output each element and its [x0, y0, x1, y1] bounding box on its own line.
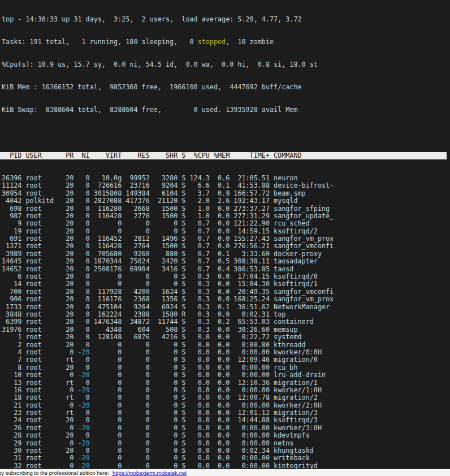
nice-value: 0 [77, 212, 89, 220]
nice-value: -20 [77, 371, 89, 379]
process-row: 18 root rt 0 0 0 0 S 0.0 0.0 12:00.78 mi… [0, 394, 450, 401]
nice-value: 0 [77, 197, 89, 205]
tasks-prefix: Tasks: 191 total, 1 running, 180 sleepin… [2, 38, 198, 46]
process-row: 26396 root 20 0 10.0g 99952 3280 S 124.3… [0, 175, 450, 182]
process-row: 28 root 20 0 0 0 0 S 0.0 0.0 0:00.00 kde… [0, 432, 450, 439]
nice-value: 0 [77, 250, 89, 258]
nice-value: 0 [77, 409, 89, 417]
nice-value: 0 [77, 257, 89, 265]
cpu-line: %Cpu(s): 10.9 us, 15.7 sy, 0.0 ni, 54.5 … [0, 61, 450, 68]
process-row: 691 root 20 0 116452 2812 1496 S 0.7 0.0… [0, 235, 450, 243]
process-row: 26 root 0 -20 0 0 0 S 0.0 0.0 0:00.00 kw… [0, 425, 450, 432]
process-row: 13 root rt 0 0 0 0 S 0.0 0.0 12:10.36 mi… [0, 379, 450, 387]
process-row: 7 root rt 0 0 0 0 S 0.0 0.0 12:09.46 mig… [0, 356, 450, 364]
nice-value: 0 [77, 227, 89, 235]
process-row: 30954 root 20 0 3015808 149384 6104 S 3.… [0, 190, 450, 197]
swap-line: KiB Swap: 8388604 total, 8388604 free, 0… [0, 106, 450, 114]
nice-value: 0 [77, 416, 89, 424]
nice-value: 0 [77, 341, 89, 349]
nice-value: 0 [77, 318, 89, 326]
nice-value: 0 [77, 280, 89, 288]
nice-value: 0 [77, 174, 89, 182]
nice-value: -20 [77, 439, 89, 447]
column-header-bar: PID USER PR NI VIRT RES SHR S %CPU %MEM … [0, 152, 447, 159]
process-row: 19 root 20 0 0 0 0 S 0.7 0.0 14:59.15 ks… [0, 228, 450, 235]
tasks-suffix: , 10 zombie [226, 38, 274, 46]
nice-value: 0 [77, 181, 89, 189]
nice-value: 0 [77, 272, 89, 280]
nice-value: 0 [77, 242, 89, 250]
process-row: 31976 root 20 0 4348 604 508 S 0.3 0.0 3… [0, 326, 450, 334]
process-row: 24 root 20 0 0 0 0 S 0.0 0.0 14:44.88 ks… [0, 417, 450, 424]
mobaxterm-banner: by subscribing to the professional editi… [0, 469, 450, 476]
process-row: 21 root 0 -20 0 0 0 S 0.0 0.0 0:00.00 kw… [0, 402, 450, 409]
nice-value: 0 [77, 288, 89, 296]
process-table: 26396 root 20 0 10.0g 99952 3280 S 124.3… [0, 175, 450, 469]
process-row: 9 root 20 0 0 0 0 S 0.7 0.0 121:22.90 rc… [0, 220, 450, 227]
process-row: 906 root 20 0 116176 2368 1356 S 0.3 0.0… [0, 296, 450, 303]
process-row: 8 root 20 0 0 0 0 S 0.0 0.0 0:00.00 rcu_… [0, 364, 450, 371]
process-row: 4042 polkitd 20 0 2827088 417376 21120 S… [0, 197, 450, 205]
process-row: 987 root 20 0 116428 2776 1500 S 1.0 0.0… [0, 213, 450, 220]
process-row: 6399 root 20 0 1476348 34872 11744 S 0.3… [0, 318, 450, 326]
nice-value: -20 [77, 401, 89, 409]
nice-value: -20 [77, 462, 89, 469]
process-row: 6 root 20 0 0 0 0 S 0.3 0.0 17:04.15 kso… [0, 273, 450, 280]
nice-value: 0 [77, 379, 89, 387]
uptime-line: top - 14:36:33 up 31 days, 3:25, 2 users… [0, 16, 450, 23]
tasks-stopped-word: stopped [198, 38, 226, 46]
nice-value: 0 [77, 295, 89, 303]
process-row: 1371 root 20 0 116428 2764 1500 S 0.7 0.… [0, 243, 450, 250]
mobaxterm-link[interactable]: https://mobaxterm.mobatek.net [112, 470, 187, 476]
banner-message: by subscribing to the professional editi… [0, 470, 109, 476]
nice-value: 0 [77, 356, 89, 364]
process-row: 30 root 20 0 0 0 0 S 0.0 0.0 0:02.34 khu… [0, 447, 450, 455]
terminal-window: top - 14:36:33 up 31 days, 3:25, 2 users… [0, 0, 450, 476]
nice-value: -20 [77, 454, 89, 462]
process-row: 10 root 0 -20 0 0 0 S 0.0 0.0 0:00.00 lr… [0, 371, 450, 379]
process-row: 2 root 20 0 0 0 0 S 0.0 0.0 0:00.80 kthr… [0, 341, 450, 349]
process-row: 14652 root 20 0 2508176 69904 3416 S 0.7… [0, 266, 450, 273]
nice-value: 0 [77, 219, 89, 227]
nice-value: 0 [77, 205, 89, 213]
nice-value: 0 [77, 303, 89, 311]
tasks-line: Tasks: 191 total, 1 running, 180 sleepin… [0, 38, 450, 46]
process-row: 11124 root 20 0 726616 23716 9204 S 6.6 … [0, 182, 450, 189]
nice-value: -20 [77, 348, 89, 356]
process-row: 3989 root 20 0 705680 9260 880 S 0.7 0.1… [0, 250, 450, 258]
process-row: 698 root 20 0 116280 2668 1500 S 1.0 0.0… [0, 205, 450, 213]
nice-value: 0 [77, 189, 89, 197]
process-row: 16 root 0 -20 0 0 0 S 0.0 0.0 0:00.00 kw… [0, 387, 450, 394]
nice-value: 0 [77, 310, 89, 318]
nice-value: 0 [77, 364, 89, 371]
nice-value: -20 [77, 424, 89, 432]
nice-value: 0 [77, 393, 89, 401]
mem-line: KiB Mem : 16266152 total, 9852360 free, … [0, 84, 450, 91]
nice-value: 0 [77, 333, 89, 341]
blank-line [0, 129, 450, 137]
process-row: 14645 root 20 0 1870344 75024 2420 S 0.7… [0, 258, 450, 265]
terminal-screen[interactable]: top - 14:36:33 up 31 days, 3:25, 2 users… [0, 0, 450, 469]
process-row: 31 root 0 -20 0 0 0 S 0.0 0.0 0:00.00 wr… [0, 455, 450, 462]
process-row: 32 root 0 -20 0 0 0 S 0.0 0.0 0:00.00 ki… [0, 462, 450, 469]
process-row: 3848 root 20 0 162224 2388 1580 R 0.3 0.… [0, 311, 450, 318]
process-row: 700 root 20 0 117928 4200 1624 S 0.3 0.0… [0, 288, 450, 296]
process-row: 23 root rt 0 0 0 0 S 0.0 0.0 12:01.12 mi… [0, 409, 450, 417]
process-row: 4 root 0 -20 0 0 0 S 0.0 0.0 0:00.00 kwo… [0, 349, 450, 356]
nice-value: 0 [77, 235, 89, 243]
nice-value: 0 [77, 431, 89, 439]
nice-value: 0 [77, 447, 89, 455]
process-row: 14 root 20 0 0 0 0 S 0.3 0.0 15:04.30 ks… [0, 280, 450, 288]
nice-value: 0 [77, 326, 89, 334]
process-row: 29 root 0 -20 0 0 0 S 0.0 0.0 0:00.00 ne… [0, 440, 450, 447]
nice-value: -20 [77, 386, 89, 394]
nice-value: 0 [77, 265, 89, 273]
process-row: 1 root 20 0 128148 6876 4216 S 0.0 0.0 0… [0, 334, 450, 341]
process-row: 1733 root 20 0 475104 9264 6924 S 0.3 0.… [0, 304, 450, 311]
